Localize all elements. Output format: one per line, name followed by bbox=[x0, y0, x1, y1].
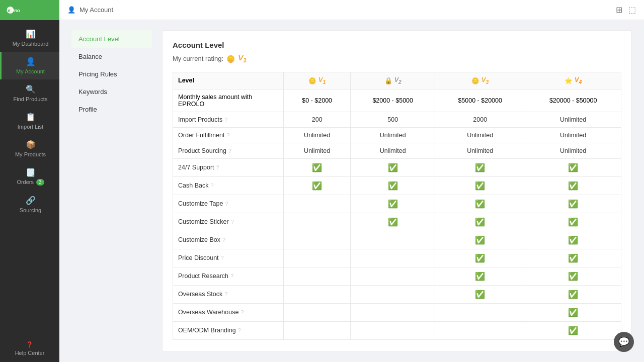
help-tooltip-icon[interactable]: ? bbox=[216, 164, 219, 170]
check-icon: ✅ bbox=[312, 182, 322, 190]
feature-v4-cell: ✅ bbox=[525, 231, 621, 249]
help-tooltip-icon[interactable]: ? bbox=[230, 273, 233, 279]
grid-icon[interactable]: ⊞ bbox=[616, 5, 622, 15]
feature-v3-cell: ✅ bbox=[435, 158, 525, 176]
feature-name-cell: Overseas Warehouse ? bbox=[173, 303, 284, 321]
feature-name-cell: Price Discount ? bbox=[173, 249, 284, 267]
chat-icon: 💬 bbox=[618, 336, 629, 347]
feature-name-cell: Customize Box ? bbox=[173, 231, 284, 249]
check-icon: ✅ bbox=[475, 236, 485, 244]
help-tooltip-icon[interactable]: ? bbox=[224, 291, 227, 297]
feature-v1-cell bbox=[284, 231, 351, 249]
sub-sidebar-profile[interactable]: Profile bbox=[71, 101, 152, 118]
sidebar-item-dashboard[interactable]: 📊 My Dashboard bbox=[0, 24, 59, 52]
v2-label: V2 bbox=[394, 76, 401, 85]
help-tooltip-icon[interactable]: ? bbox=[222, 237, 225, 243]
check-icon: ✅ bbox=[568, 182, 578, 190]
table-row: Customize Box ? ✅ ✅ bbox=[173, 231, 621, 249]
v4-star-icon: ⭐ bbox=[565, 77, 573, 84]
feature-v4-cell: ✅ bbox=[525, 267, 621, 285]
check-icon: ✅ bbox=[568, 290, 578, 299]
help-tooltip-icon[interactable]: ? bbox=[226, 132, 229, 138]
help-tooltip-icon[interactable]: ? bbox=[240, 309, 244, 315]
feature-v2-cell: Unlimited bbox=[351, 143, 435, 158]
feature-v1-cell bbox=[284, 267, 351, 285]
sales-v2: $2000 - $5000 bbox=[351, 89, 435, 112]
logo[interactable]: e PROLO bbox=[0, 0, 59, 20]
panel-title: Account Level bbox=[173, 41, 621, 49]
feature-v2-cell: ✅ bbox=[351, 176, 435, 195]
sales-v3: $5000 - $20000 bbox=[435, 89, 525, 112]
feature-v1-cell: Unlimited bbox=[284, 127, 351, 143]
sub-sidebar-pricing-rules[interactable]: Pricing Rules bbox=[71, 65, 152, 83]
feature-v3-cell: ✅ bbox=[435, 267, 525, 285]
table-row: Cash Back ? ✅ ✅ ✅ ✅ bbox=[173, 176, 621, 195]
logout-icon[interactable]: ⬚ bbox=[628, 5, 636, 15]
sub-sidebar-balance[interactable]: Balance bbox=[71, 48, 152, 65]
help-tooltip-icon[interactable]: ? bbox=[228, 148, 231, 154]
sidebar-item-sourcing[interactable]: 🔗 Sourcing bbox=[0, 191, 59, 218]
check-icon: ✅ bbox=[388, 200, 398, 208]
feature-v3-cell bbox=[435, 303, 525, 321]
feature-v2-cell bbox=[351, 303, 435, 321]
help-tooltip-icon[interactable]: ? bbox=[221, 255, 224, 261]
chat-bubble[interactable]: 💬 bbox=[614, 332, 634, 352]
feature-v2-cell: ✅ bbox=[351, 158, 435, 176]
check-icon: ✅ bbox=[475, 290, 485, 299]
import-list-icon: 📋 bbox=[26, 112, 36, 122]
sales-label: Monthly sales amount with EPROLO bbox=[173, 89, 284, 112]
help-tooltip-icon[interactable]: ? bbox=[225, 201, 228, 207]
feature-v4-cell: ✅ bbox=[525, 158, 621, 176]
v3-coin-icon: 🪙 bbox=[471, 77, 479, 84]
sidebar-item-account[interactable]: 👤 My Account bbox=[0, 52, 59, 79]
sidebar-item-find-products[interactable]: 🔍 Find Products bbox=[0, 79, 59, 107]
feature-name-cell: Customize Tape ? bbox=[173, 195, 284, 213]
feature-v2-cell bbox=[351, 267, 435, 285]
help-center-label: Help Center bbox=[15, 350, 45, 356]
sidebar-item-my-products[interactable]: 📦 My Products bbox=[0, 135, 59, 162]
help-tooltip-icon[interactable]: ? bbox=[224, 117, 227, 123]
sidebar-item-my-products-label: My Products bbox=[15, 151, 46, 157]
feature-name-cell: 24/7 Support ? bbox=[173, 158, 284, 176]
sub-sidebar-keywords[interactable]: Keywords bbox=[71, 83, 152, 101]
sub-sidebar: Account Level Balance Pricing Rules Keyw… bbox=[71, 30, 152, 352]
help-tooltip-icon[interactable]: ? bbox=[238, 327, 241, 333]
help-tooltip-icon[interactable]: ? bbox=[231, 219, 234, 225]
v3-label: V3 bbox=[481, 76, 489, 85]
feature-v1-cell bbox=[284, 303, 351, 321]
check-icon: ✅ bbox=[388, 218, 398, 226]
topbar-left: 👤 My Account bbox=[67, 6, 113, 14]
help-tooltip-icon[interactable]: ? bbox=[210, 183, 213, 189]
sidebar-item-dashboard-label: My Dashboard bbox=[13, 41, 49, 47]
feature-v4-cell: Unlimited bbox=[525, 143, 621, 158]
feature-v4-cell: ✅ bbox=[525, 249, 621, 267]
feature-v1-cell bbox=[284, 195, 351, 213]
table-row: Customize Tape ? ✅ ✅ ✅ bbox=[173, 195, 621, 213]
col-v2: 🔒 V2 bbox=[351, 72, 435, 89]
feature-name-cell: Cash Back ? bbox=[173, 176, 284, 195]
feature-v3-cell: ✅ bbox=[435, 249, 525, 267]
current-rating-label: My current rating: bbox=[173, 55, 223, 62]
table-row: Customize Sticker ? ✅ ✅ ✅ bbox=[173, 213, 621, 231]
feature-v4-cell: ✅ bbox=[525, 176, 621, 195]
check-icon: ✅ bbox=[568, 200, 578, 208]
sidebar-item-import-list[interactable]: 📋 Import List bbox=[0, 107, 59, 135]
check-icon: ✅ bbox=[568, 254, 578, 262]
feature-v2-cell: 500 bbox=[351, 112, 435, 127]
feature-v4-cell: ✅ bbox=[525, 303, 621, 321]
feature-v4-cell: Unlimited bbox=[525, 127, 621, 143]
check-icon: ✅ bbox=[312, 163, 322, 172]
sub-sidebar-account-level[interactable]: Account Level bbox=[71, 30, 152, 48]
account-icon: 👤 bbox=[26, 57, 36, 66]
table-row: OEM/ODM Branding ? ✅ bbox=[173, 321, 621, 339]
sourcing-icon: 🔗 bbox=[26, 196, 36, 205]
svg-text:PROLO: PROLO bbox=[12, 9, 20, 13]
feature-v1-cell bbox=[284, 285, 351, 303]
sidebar-item-orders[interactable]: 🗒️ Orders 3 bbox=[0, 162, 59, 191]
feature-v1-cell bbox=[284, 249, 351, 267]
check-icon: ✅ bbox=[568, 272, 578, 281]
help-center-button[interactable]: ❓ Help Center bbox=[0, 335, 59, 362]
topbar-right: ⊞ ⬚ bbox=[616, 5, 636, 15]
topbar: 👤 My Account ⊞ ⬚ bbox=[59, 0, 644, 20]
feature-v1-cell: ✅ bbox=[284, 176, 351, 195]
